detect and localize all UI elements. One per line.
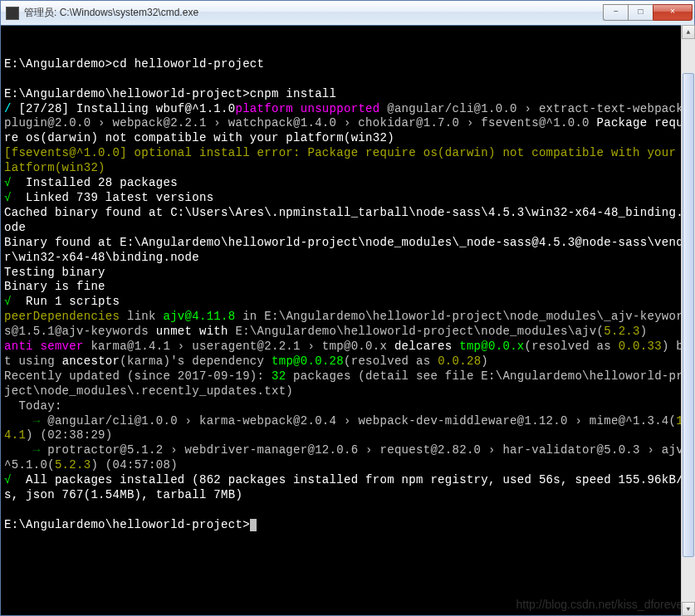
output-text: (karma)'s dependency xyxy=(120,354,272,368)
prompt: E:\Angulardemo\helloworld-project> xyxy=(4,518,250,531)
check-icon: √ xyxy=(4,473,12,486)
check-icon: √ xyxy=(4,295,12,308)
output-text: ) xyxy=(481,354,488,368)
package-text: tmp@0.0.28 xyxy=(272,354,344,368)
output-text: Installed 28 packages xyxy=(12,176,178,189)
cmd-window: 管理员: C:\Windows\system32\cmd.exe − □ × E… xyxy=(0,0,695,616)
cursor-icon xyxy=(250,519,257,531)
output-text: Today: xyxy=(4,399,62,413)
warning-text: anti semver xyxy=(4,340,84,353)
arrow-icon: → xyxy=(4,414,47,428)
check-icon: √ xyxy=(4,191,12,204)
version-text: 5.2.3 xyxy=(55,458,91,472)
titlebar[interactable]: 管理员: C:\Windows\system32\cmd.exe − □ × xyxy=(1,1,694,26)
output-text: (resolved as xyxy=(344,354,438,368)
vertical-scrollbar[interactable]: ▲ ▼ xyxy=(681,25,695,616)
output-text: [27/28] Installing wbuf@^1.1.0 xyxy=(12,102,236,115)
terminal-content: E:\Angulardemo>cd helloworld-project E:\… xyxy=(4,57,691,533)
output-text: karma@1.4.1 › useragent@2.2.1 › tmp@0.0.… xyxy=(84,340,394,353)
warning-text: [fsevents@^1.0.0] optional install error… xyxy=(4,146,691,174)
close-button[interactable]: × xyxy=(653,4,693,21)
window-title: 管理员: C:\Windows\system32\cmd.exe xyxy=(24,6,603,20)
version-text: 5.2.3 xyxy=(604,325,640,338)
command-text: cnpm install xyxy=(250,87,336,100)
warning-text: platform unsupported xyxy=(235,102,379,115)
package-text: ajv@4.11.8 xyxy=(163,310,235,323)
window-controls: − □ × xyxy=(603,4,693,22)
output-text: ) (02:38:29) xyxy=(26,428,112,442)
version-text: 0.0.33 xyxy=(619,340,662,353)
output-text: @angular/cli@1.0.0 › karma-webpack@2.0.4… xyxy=(47,414,668,428)
label-text: peerDependencies xyxy=(4,310,120,323)
output-text: Binary found at E:\Angulardemo\helloworl… xyxy=(4,236,691,264)
output-text: link xyxy=(120,310,163,323)
spinner-icon: / xyxy=(4,102,12,115)
output-text: ancestor xyxy=(62,354,120,368)
output-text: ( xyxy=(669,414,677,428)
prompt: E:\Angulardemo\helloworld-project> xyxy=(4,87,250,100)
output-text: E:\Angulardemo\helloworld-project\node_m… xyxy=(228,325,604,338)
arrow-icon: → xyxy=(4,443,47,457)
output-text: Binary is fine xyxy=(4,280,105,293)
scroll-up-button[interactable]: ▲ xyxy=(682,25,695,39)
output-text: delcares xyxy=(394,340,453,353)
output-text: Recently updated (since 2017-09-19): xyxy=(4,369,272,383)
cmd-icon xyxy=(6,7,19,20)
prompt: E:\Angulardemo> xyxy=(4,57,113,71)
package-text: tmp@0.0.x xyxy=(453,340,525,353)
command-text: cd helloworld-project xyxy=(113,57,265,71)
scrollbar-thumb[interactable] xyxy=(683,73,694,557)
output-text: Run 1 scripts xyxy=(12,295,120,308)
scroll-down-button[interactable]: ▼ xyxy=(682,602,695,616)
output-text: (resolved as xyxy=(525,340,619,353)
output-text: ) xyxy=(640,325,648,338)
output-text: Linked 739 latest versions xyxy=(12,191,214,204)
version-text: 0.0.28 xyxy=(438,354,481,368)
minimize-button[interactable]: − xyxy=(603,4,628,21)
output-text: ( xyxy=(47,458,55,472)
output-text: All packages installed (862 packages ins… xyxy=(4,473,683,501)
check-icon: √ xyxy=(4,176,12,189)
maximize-button[interactable]: □ xyxy=(628,4,653,21)
terminal-area[interactable]: E:\Angulardemo>cd helloworld-project E:\… xyxy=(1,26,694,615)
output-text: Testing binary xyxy=(4,266,105,279)
output-text: Cached binary found at C:\Users\Ares\.np… xyxy=(4,206,691,234)
output-text: unmet with xyxy=(156,325,228,338)
count-text: 32 xyxy=(272,369,286,383)
output-text: ) (04:57:08) xyxy=(91,458,177,472)
scrollbar-track[interactable] xyxy=(682,39,695,602)
